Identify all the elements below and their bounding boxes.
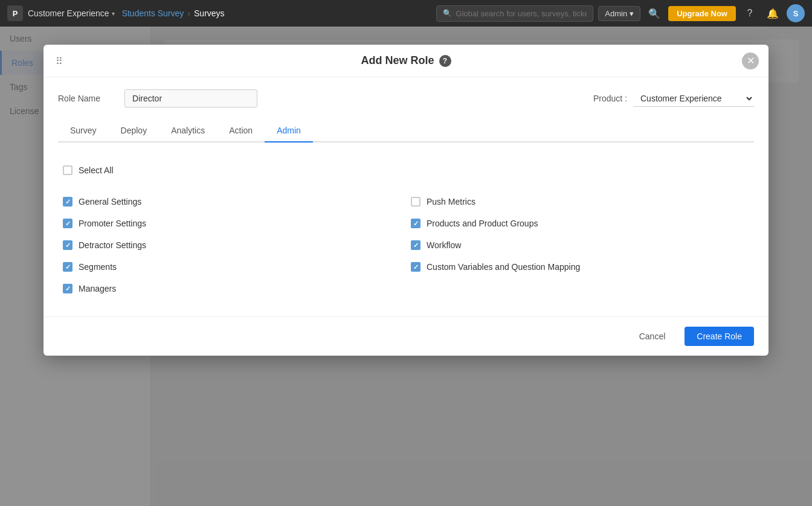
cancel-button[interactable]: Cancel: [627, 327, 678, 346]
tab-action[interactable]: Action: [217, 120, 265, 143]
perm-push-metrics-label: Push Metrics: [427, 197, 475, 207]
perm-custom-variables-label: Custom Variables and Question Mapping: [427, 262, 580, 272]
create-role-button[interactable]: Create Role: [685, 327, 754, 346]
role-name-row: Role Name Product : Customer Experience: [58, 89, 754, 107]
avatar[interactable]: S: [787, 4, 805, 22]
perm-managers: Managers: [58, 278, 406, 299]
perm-promoter-settings-checkbox[interactable]: [63, 219, 72, 228]
perm-push-metrics: Push Metrics: [406, 191, 754, 213]
perm-segments-checkbox[interactable]: [63, 262, 72, 272]
upgrade-button[interactable]: Upgrade Now: [668, 6, 736, 21]
search-box[interactable]: 🔍: [436, 5, 593, 22]
breadcrumb-link[interactable]: Students Survey: [122, 8, 184, 18]
tab-survey[interactable]: Survey: [58, 120, 109, 143]
tab-admin[interactable]: Admin: [265, 120, 313, 143]
app-name[interactable]: Customer Experience ▾: [28, 8, 115, 18]
overlay: ⠿ Add New Role ? ✕ Role Name Product : C…: [0, 27, 812, 506]
search-nav-icon[interactable]: 🔍: [645, 4, 663, 22]
perm-products-groups: Products and Product Groups: [406, 213, 754, 234]
logo: P: [7, 5, 23, 21]
perm-general-settings-checkbox[interactable]: [63, 197, 72, 207]
select-all-row: Select All: [58, 159, 754, 181]
breadcrumb-separator: ›: [187, 8, 190, 18]
perm-products-groups-label: Products and Product Groups: [427, 219, 538, 228]
perm-managers-checkbox[interactable]: [63, 284, 72, 293]
app-chevron-icon: ▾: [112, 10, 115, 17]
breadcrumb: Students Survey › Surveys: [122, 8, 225, 18]
perm-workflow-checkbox[interactable]: [411, 240, 420, 250]
permissions-grid: General Settings Promoter Settings Detra…: [58, 191, 754, 299]
perm-managers-label: Managers: [79, 284, 116, 293]
perm-products-groups-checkbox[interactable]: [411, 219, 420, 228]
tab-analytics[interactable]: Analytics: [159, 120, 217, 143]
permissions-left-column: General Settings Promoter Settings Detra…: [58, 191, 406, 299]
modal-close-button[interactable]: ✕: [742, 53, 759, 69]
permissions-right-column: Push Metrics Products and Product Groups…: [406, 191, 754, 299]
notifications-icon[interactable]: 🔔: [764, 4, 782, 22]
perm-general-settings-label: General Settings: [79, 197, 141, 207]
modal-grid-icon[interactable]: ⠿: [56, 55, 63, 66]
modal: ⠿ Add New Role ? ✕ Role Name Product : C…: [44, 45, 768, 356]
perm-custom-variables: Custom Variables and Question Mapping: [406, 256, 754, 278]
perm-detractor-settings: Detractor Settings: [58, 234, 406, 256]
tabs: Survey Deploy Analytics Action Admin: [58, 120, 754, 143]
perm-promoter-settings-label: Promoter Settings: [79, 219, 146, 228]
perm-detractor-settings-label: Detractor Settings: [79, 240, 146, 250]
modal-body: Role Name Product : Customer Experience …: [44, 77, 768, 316]
role-name-input[interactable]: [124, 89, 257, 107]
topbar-right: 🔍 Admin ▾ 🔍 Upgrade Now ? 🔔 S: [436, 4, 805, 22]
modal-title: Add New Role ?: [361, 54, 451, 67]
topbar: P Customer Experience ▾ Students Survey …: [0, 0, 812, 27]
admin-chevron-icon: ▾: [630, 9, 634, 18]
select-all-checkbox[interactable]: [63, 165, 72, 175]
perm-custom-variables-checkbox[interactable]: [411, 262, 420, 272]
perm-segments-label: Segments: [79, 262, 117, 272]
role-name-label: Role Name: [58, 94, 100, 103]
help-icon[interactable]: ?: [741, 4, 759, 22]
perm-push-metrics-checkbox[interactable]: [411, 197, 420, 207]
product-row: Product : Customer Experience: [593, 91, 754, 107]
tab-deploy[interactable]: Deploy: [109, 120, 160, 143]
perm-segments: Segments: [58, 256, 406, 278]
modal-footer: Cancel Create Role: [44, 316, 768, 356]
perm-workflow-label: Workflow: [427, 240, 461, 250]
perm-promoter-settings: Promoter Settings: [58, 213, 406, 234]
search-icon: 🔍: [443, 9, 452, 18]
select-all-label: Select All: [79, 165, 114, 175]
search-input[interactable]: [456, 9, 587, 18]
permissions-area: Select All General Settings Promoter Set…: [58, 155, 754, 304]
perm-general-settings: General Settings: [58, 191, 406, 213]
product-label: Product :: [593, 94, 627, 103]
breadcrumb-current: Surveys: [194, 8, 225, 18]
product-select[interactable]: Customer Experience: [633, 91, 754, 107]
perm-workflow: Workflow: [406, 234, 754, 256]
modal-header: ⠿ Add New Role ? ✕: [44, 45, 768, 77]
modal-help-icon[interactable]: ?: [439, 55, 451, 67]
admin-button[interactable]: Admin ▾: [598, 6, 640, 21]
perm-detractor-settings-checkbox[interactable]: [63, 240, 72, 250]
